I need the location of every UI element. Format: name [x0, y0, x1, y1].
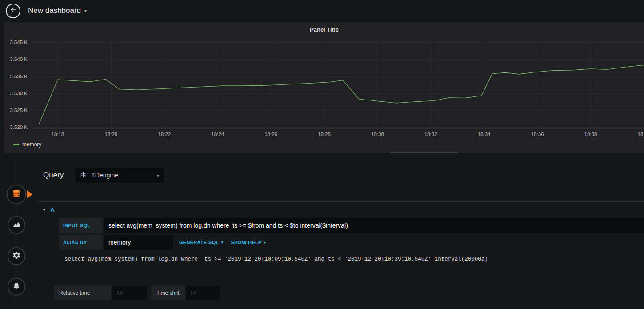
x-tick-label: 18:22 [154, 132, 175, 137]
show-help-button[interactable]: SHOW HELP ▸ [231, 240, 266, 245]
collapse-caret-down-icon[interactable]: ▾ [43, 207, 45, 212]
x-tick-label: 18:32 [420, 132, 441, 137]
datasource-picker[interactable]: TDengine ▾ [75, 168, 164, 183]
tdengine-logo-icon [80, 171, 87, 180]
horizontal-scrollbar[interactable] [390, 152, 458, 153]
legend-label-memory[interactable]: memory [22, 141, 41, 148]
generated-sql-preview: select avg(mem_system) from log.dn where… [64, 256, 644, 262]
chart-icon [12, 220, 21, 230]
relative-time-input[interactable] [112, 286, 147, 300]
x-tick-label: 18:36 [527, 132, 548, 137]
generate-sql-caret-down-icon: ▾ [221, 240, 224, 245]
query-section-title: Query [43, 171, 64, 180]
x-tick-label: 18:38 [580, 132, 601, 137]
query-section-header: Query TDengine ▾ [43, 168, 164, 183]
y-tick-label: 3.540 K [4, 56, 28, 62]
input-sql-row: INPUT SQL [59, 218, 644, 233]
query-ref-letter: A [50, 206, 55, 213]
x-tick-label: 18:40 [633, 132, 644, 137]
time-shift-label: Time shift [151, 286, 185, 300]
x-tick-label: 18:30 [367, 132, 388, 137]
top-navbar: New dashboard ▾ [0, 0, 644, 21]
x-tick-label: 18:28 [314, 132, 335, 137]
bell-icon [12, 281, 21, 292]
query-row-header[interactable]: ▾ A [38, 203, 644, 216]
chart-canvas [31, 38, 644, 129]
x-tick-label: 18:24 [207, 132, 228, 137]
back-button[interactable] [6, 4, 20, 18]
alias-by-row: ALIAS BY GENERATE SQL ▾ SHOW HELP ▸ [59, 235, 644, 250]
grafana-panel-edit-screen: New dashboard ▾ Panel Title 3.520 K3.525… [0, 0, 644, 309]
sidebar-tab-alert[interactable] [8, 278, 25, 296]
input-sql-label: INPUT SQL [59, 218, 102, 233]
generate-sql-label: GENERATE SQL [179, 240, 219, 245]
dashboard-title[interactable]: New dashboard [28, 6, 81, 15]
gear-icon [12, 251, 21, 261]
x-axis-labels: 18:1818:2018:2218:2418:2618:2818:3018:32… [31, 132, 644, 139]
panel-title[interactable]: Panel Title [4, 26, 644, 33]
datasource-caret-down-icon: ▾ [157, 173, 159, 178]
y-tick-label: 3.530 K [4, 90, 28, 96]
y-tick-label: 3.525 K [4, 107, 28, 113]
y-axis-labels: 3.520 K3.525 K3.530 K3.535 K3.540 K3.545… [4, 38, 28, 129]
x-tick-label: 18:26 [260, 132, 282, 137]
alias-by-field[interactable] [104, 235, 173, 250]
datasource-selected-value: TDengine [91, 172, 157, 179]
time-shift-input[interactable] [186, 286, 220, 300]
time-options-row: Relative time Time shift [54, 286, 220, 300]
show-help-caret-right-icon: ▸ [264, 240, 266, 245]
chart-legend: memory [13, 141, 41, 148]
active-tab-arrow-icon [27, 190, 32, 198]
y-tick-label: 3.535 K [4, 73, 28, 80]
series-line-memory [39, 65, 644, 124]
chart-plot [31, 38, 644, 129]
input-sql-field[interactable] [104, 218, 644, 233]
legend-swatch-memory [13, 144, 19, 145]
sidebar-tab-visualization[interactable] [8, 216, 25, 234]
chart-panel: Panel Title 3.520 K3.525 K3.530 K3.535 K… [4, 22, 644, 153]
relative-time-label: Relative time [54, 286, 111, 300]
y-tick-label: 3.520 K [4, 124, 28, 130]
sidebar-tab-general[interactable] [8, 247, 25, 265]
show-help-label: SHOW HELP [231, 240, 261, 245]
alias-by-label: ALIAS BY [59, 235, 102, 250]
generate-sql-button[interactable]: GENERATE SQL ▾ [179, 240, 223, 245]
sidebar-tab-queries[interactable] [7, 185, 26, 204]
y-tick-label: 3.545 K [4, 39, 28, 45]
database-icon [12, 189, 21, 200]
query-row-a: ▾ A INPUT SQL ALIAS BY GENERATE SQL ▾ SH… [38, 201, 644, 270]
dashboard-title-caret-down-icon[interactable]: ▾ [84, 8, 87, 13]
query-form: INPUT SQL ALIAS BY GENERATE SQL ▾ SHOW H… [38, 218, 644, 250]
x-tick-label: 18:34 [473, 132, 495, 137]
arrow-left-icon [10, 6, 17, 15]
x-tick-label: 18:18 [47, 132, 68, 137]
x-tick-label: 18:20 [100, 132, 122, 137]
